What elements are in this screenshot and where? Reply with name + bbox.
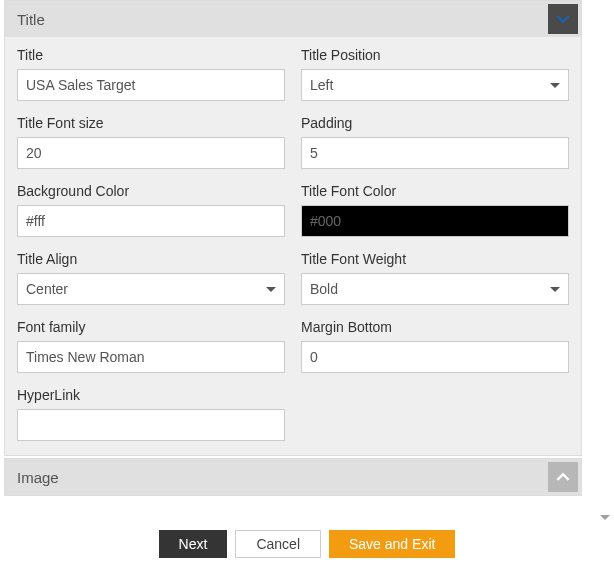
input-background-color[interactable] [26,206,276,236]
chevron-down-icon [556,12,570,26]
input-font-family-wrap [17,341,285,373]
section-title: Title Title Title Position Left Title [4,0,582,456]
select-title-align-value: Center [26,281,68,297]
section-title-collapse-button[interactable] [548,4,578,34]
label-margin-bottom: Margin Bottom [301,319,569,335]
label-title-font-color: Title Font Color [301,183,569,199]
field-title-font-size: Title Font size [17,115,285,169]
field-margin-bottom: Margin Bottom [301,319,569,373]
field-font-family: Font family [17,319,285,373]
cancel-button[interactable]: Cancel [235,530,321,558]
input-padding-wrap [301,137,569,169]
select-title-position-value: Left [310,77,333,93]
label-padding: Padding [301,115,569,131]
input-margin-bottom-wrap [301,341,569,373]
next-button[interactable]: Next [159,530,228,558]
input-title[interactable] [26,70,276,100]
select-title-position[interactable]: Left [301,69,569,101]
save-and-exit-button[interactable]: Save and Exit [329,530,455,558]
select-title-font-weight[interactable]: Bold [301,273,569,305]
label-title-font-size: Title Font size [17,115,285,131]
field-title: Title [17,47,285,101]
input-title-font-size[interactable] [26,138,276,168]
caret-down-icon [266,287,276,292]
field-padding: Padding [301,115,569,169]
input-background-color-wrap [17,205,285,237]
chevron-up-icon [556,470,570,484]
input-hyperlink-wrap [17,409,285,441]
input-title-wrap [17,69,285,101]
label-title: Title [17,47,285,63]
label-background-color: Background Color [17,183,285,199]
input-hyperlink[interactable] [26,410,276,440]
footer-buttons: Next Cancel Save and Exit [0,530,614,558]
caret-down-icon [550,287,560,292]
input-padding[interactable] [310,138,560,168]
section-image-header[interactable]: Image [5,459,581,495]
label-hyperlink: HyperLink [17,387,285,403]
field-title-font-weight: Title Font Weight Bold [301,251,569,305]
scroll-down-icon [600,515,610,520]
section-title-header-label: Title [17,11,45,28]
field-background-color: Background Color [17,183,285,237]
section-image-header-label: Image [17,469,59,486]
input-title-font-color-wrap [301,205,569,237]
field-hyperlink: HyperLink [17,387,285,441]
section-image-expand-button[interactable] [548,462,578,492]
select-title-align[interactable]: Center [17,273,285,305]
label-title-position: Title Position [301,47,569,63]
label-title-font-weight: Title Font Weight [301,251,569,267]
field-title-font-color: Title Font Color [301,183,569,237]
select-title-font-weight-value: Bold [310,281,338,297]
input-font-family[interactable] [26,342,276,372]
label-title-align: Title Align [17,251,285,267]
input-title-font-color[interactable] [310,206,560,236]
form-scroll-region: Title Title Title Position Left Title [0,0,588,496]
input-title-font-size-wrap [17,137,285,169]
field-title-align: Title Align Center [17,251,285,305]
section-title-header[interactable]: Title [5,1,581,37]
section-image: Image [4,458,582,496]
section-title-body: Title Title Position Left Title Font siz… [5,37,581,455]
field-title-position: Title Position Left [301,47,569,101]
input-margin-bottom[interactable] [310,342,560,372]
label-font-family: Font family [17,319,285,335]
vertical-scrollbar[interactable] [598,180,612,520]
caret-down-icon [550,83,560,88]
